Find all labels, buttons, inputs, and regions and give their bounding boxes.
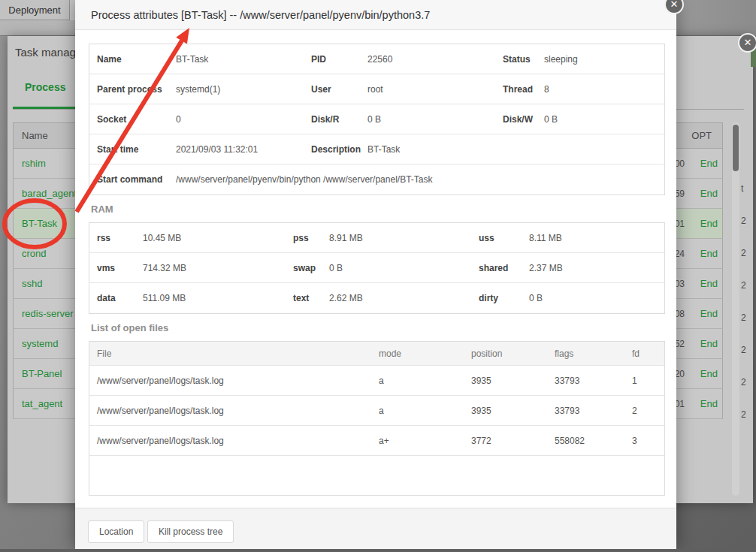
ram-label: text bbox=[286, 293, 329, 303]
open-file-row: /www/server/panel/logs/task.log a+ 3772 … bbox=[89, 426, 664, 456]
clipped-text-fragment: 2 bbox=[741, 216, 746, 226]
clipped-text-fragment: 2 bbox=[741, 409, 746, 420]
ram-label: vms bbox=[89, 263, 143, 273]
attributes-table: Name BT-Task PID 22560 Status sleeping P… bbox=[89, 44, 665, 195]
attr-value: BT-Task bbox=[176, 54, 304, 65]
ram-label: data bbox=[89, 293, 143, 303]
ram-value: 10.45 MB bbox=[143, 233, 286, 243]
column-header-position: position bbox=[471, 348, 555, 359]
file-mode: a bbox=[379, 376, 471, 386]
end-process-link[interactable]: End bbox=[700, 248, 718, 259]
attr-value: BT-Task bbox=[367, 144, 664, 155]
attr-label: Thread bbox=[495, 84, 544, 95]
ram-label: rss bbox=[89, 233, 143, 243]
table-row: Name BT-Task PID 22560 Status sleeping bbox=[89, 44, 664, 74]
tab-deployment[interactable]: Deployment bbox=[0, 0, 70, 20]
attr-value: 2021/09/03 11:32:01 bbox=[176, 144, 304, 155]
modal-footer: Location Kill process tree bbox=[75, 508, 676, 549]
file-mode: a bbox=[379, 406, 471, 416]
kill-process-tree-button[interactable]: Kill process tree bbox=[147, 520, 234, 543]
attr-value: /www/server/panel/pyenv/bin/python /www/… bbox=[176, 174, 664, 185]
process-name[interactable]: tat_agent bbox=[22, 398, 62, 409]
attr-label: Socket bbox=[89, 114, 176, 125]
ram-label: uss bbox=[471, 233, 529, 243]
table-row: data 511.09 MB text 2.62 MB dirty 0 B bbox=[89, 283, 664, 313]
end-process-link[interactable]: End bbox=[700, 338, 718, 349]
screen: { "colors": { "accent_green": "#20a53a",… bbox=[0, 0, 756, 552]
file-fd: 2 bbox=[632, 406, 664, 416]
process-name[interactable]: barad_agent bbox=[22, 188, 77, 199]
table-row: Start time 2021/09/03 11:32:01 Descripti… bbox=[89, 134, 664, 164]
end-process-link[interactable]: End bbox=[700, 368, 718, 379]
attr-value: systemd(1) bbox=[176, 84, 304, 95]
clipped-text-fragment: 2 bbox=[741, 377, 746, 388]
scrollbar-thumb[interactable] bbox=[733, 125, 739, 171]
column-header-file: File bbox=[89, 348, 379, 359]
file-flags: 33793 bbox=[555, 376, 632, 386]
location-button[interactable]: Location bbox=[88, 520, 144, 543]
process-name[interactable]: crond bbox=[22, 248, 47, 259]
attr-label: Start command bbox=[89, 174, 176, 185]
end-process-link[interactable]: End bbox=[700, 398, 718, 409]
process-attributes-modal: Process attributes [BT-Task] -- /www/ser… bbox=[75, 0, 676, 549]
ram-section-label: RAM bbox=[91, 204, 113, 215]
ram-label: dirty bbox=[471, 293, 529, 303]
file-fd: 3 bbox=[632, 436, 664, 446]
attr-value: 0 B bbox=[544, 114, 664, 125]
table-row: Socket 0 Disk/R 0 B Disk/W 0 B bbox=[89, 104, 664, 134]
open-files-table: File mode position flags fd /www/server/… bbox=[89, 341, 665, 496]
end-process-link[interactable]: End bbox=[700, 278, 718, 289]
column-header-opt: OPT bbox=[691, 130, 712, 141]
ram-label: shared bbox=[471, 263, 529, 273]
attr-value: 0 B bbox=[367, 114, 495, 125]
process-name[interactable]: systemd bbox=[22, 338, 58, 349]
attr-value: sleeping bbox=[544, 54, 664, 65]
ram-value: 8.91 MB bbox=[329, 233, 471, 243]
clipped-text-fragment: t bbox=[741, 183, 743, 194]
ram-value: 2.37 MB bbox=[529, 263, 664, 273]
modal-title-bar: Process attributes [BT-Task] -- /www/ser… bbox=[75, 0, 676, 30]
attr-label: Disk/W bbox=[495, 114, 544, 125]
attr-label: Description bbox=[304, 144, 367, 155]
column-header-fd: fd bbox=[632, 348, 664, 359]
process-name[interactable]: BT-Task bbox=[22, 218, 57, 229]
table-row: Start command /www/server/panel/pyenv/bi… bbox=[89, 164, 664, 195]
attr-label: Start time bbox=[89, 144, 176, 155]
file-flags: 558082 bbox=[555, 436, 632, 446]
clipped-text-fragment: 2 bbox=[741, 345, 746, 355]
end-process-link[interactable]: End bbox=[700, 218, 718, 229]
file-fd: 1 bbox=[632, 376, 664, 386]
process-name[interactable]: redis-server bbox=[22, 308, 74, 319]
attr-value: 22560 bbox=[367, 54, 495, 65]
end-process-link[interactable]: End bbox=[700, 188, 718, 199]
ram-value: 511.09 MB bbox=[143, 293, 286, 303]
open-files-section-label: List of open files bbox=[91, 322, 168, 333]
file-path: /www/server/panel/logs/task.log bbox=[89, 436, 379, 446]
attr-label: Status bbox=[495, 54, 544, 65]
end-process-link[interactable]: End bbox=[700, 158, 718, 169]
attr-label: Parent process bbox=[89, 84, 176, 95]
close-icon[interactable]: ✕ bbox=[738, 33, 756, 53]
tab-process[interactable]: Process bbox=[25, 81, 65, 93]
process-name[interactable]: sshd bbox=[22, 278, 42, 289]
attr-label: Disk/R bbox=[304, 114, 367, 125]
ram-table: rss 10.45 MB pss 8.91 MB uss 8.11 MB vms… bbox=[89, 222, 665, 314]
table-scrollbar[interactable] bbox=[732, 122, 739, 496]
process-name[interactable]: rshim bbox=[22, 158, 46, 169]
attr-label: PID bbox=[304, 54, 367, 65]
open-file-row: /www/server/panel/logs/task.log a 3935 3… bbox=[89, 366, 664, 396]
column-header-name: Name bbox=[22, 130, 48, 141]
clipped-text-fragment: 2 bbox=[741, 248, 746, 258]
table-row: Parent process systemd(1) User root Thre… bbox=[89, 74, 664, 104]
attr-label: Name bbox=[89, 54, 176, 65]
ram-value: 2.62 MB bbox=[329, 293, 471, 303]
open-files-empty-row bbox=[89, 456, 664, 495]
attr-value: 0 bbox=[176, 114, 304, 125]
file-flags: 33793 bbox=[555, 406, 632, 416]
attr-label: User bbox=[304, 84, 367, 95]
end-process-link[interactable]: End bbox=[700, 308, 718, 319]
ram-value: 714.32 MB bbox=[143, 263, 286, 273]
process-name[interactable]: BT-Panel bbox=[22, 368, 62, 379]
attr-value: 8 bbox=[544, 84, 664, 95]
file-mode: a+ bbox=[379, 436, 471, 446]
